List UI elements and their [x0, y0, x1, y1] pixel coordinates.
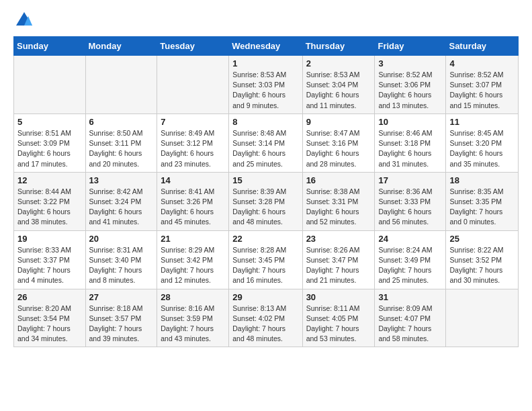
day-info: Sunrise: 8:31 AM Sunset: 3:40 PM Dayligh… — [89, 245, 154, 286]
day-number: 27 — [89, 292, 154, 302]
day-number: 14 — [161, 175, 225, 185]
day-info: Sunrise: 8:53 AM Sunset: 3:04 PM Dayligh… — [306, 70, 371, 111]
calendar-cell: 5Sunrise: 8:51 AM Sunset: 3:09 PM Daylig… — [14, 113, 86, 172]
calendar-cell: 11Sunrise: 8:45 AM Sunset: 3:20 PM Dayli… — [446, 113, 519, 172]
day-info: Sunrise: 8:45 AM Sunset: 3:20 PM Dayligh… — [449, 128, 515, 169]
day-number: 12 — [17, 175, 82, 185]
day-info: Sunrise: 8:13 AM Sunset: 4:02 PM Dayligh… — [232, 304, 298, 345]
calendar-cell: 18Sunrise: 8:35 AM Sunset: 3:35 PM Dayli… — [446, 172, 519, 230]
day-info: Sunrise: 8:39 AM Sunset: 3:28 PM Dayligh… — [232, 187, 298, 228]
calendar-cell: 1Sunrise: 8:53 AM Sunset: 3:03 PM Daylig… — [229, 56, 302, 114]
day-info: Sunrise: 8:36 AM Sunset: 3:33 PM Dayligh… — [378, 187, 442, 228]
day-info: Sunrise: 8:52 AM Sunset: 3:06 PM Dayligh… — [378, 70, 442, 111]
calendar-cell: 19Sunrise: 8:33 AM Sunset: 3:37 PM Dayli… — [14, 230, 86, 289]
day-number: 30 — [306, 292, 371, 302]
day-info: Sunrise: 8:44 AM Sunset: 3:22 PM Dayligh… — [17, 187, 82, 228]
week-row-5: 26Sunrise: 8:20 AM Sunset: 3:54 PM Dayli… — [14, 289, 519, 347]
calendar-cell: 24Sunrise: 8:24 AM Sunset: 3:49 PM Dayli… — [375, 230, 446, 289]
header-day-tuesday: Tuesday — [157, 37, 229, 56]
calendar-cell: 25Sunrise: 8:22 AM Sunset: 3:52 PM Dayli… — [446, 230, 519, 289]
calendar-cell: 30Sunrise: 8:11 AM Sunset: 4:05 PM Dayli… — [302, 289, 375, 347]
calendar-cell: 17Sunrise: 8:36 AM Sunset: 3:33 PM Dayli… — [375, 172, 446, 230]
day-number: 17 — [378, 175, 442, 185]
day-number: 22 — [232, 234, 298, 244]
day-number: 16 — [306, 175, 371, 185]
day-number: 21 — [161, 234, 225, 244]
header-day-thursday: Thursday — [302, 37, 375, 56]
day-number: 7 — [161, 117, 225, 127]
day-info: Sunrise: 8:46 AM Sunset: 3:18 PM Dayligh… — [378, 128, 442, 169]
day-number: 11 — [449, 117, 515, 127]
calendar-cell: 8Sunrise: 8:48 AM Sunset: 3:14 PM Daylig… — [229, 113, 302, 172]
calendar-cell: 20Sunrise: 8:31 AM Sunset: 3:40 PM Dayli… — [85, 230, 157, 289]
header-day-monday: Monday — [85, 37, 157, 56]
header-day-saturday: Saturday — [446, 37, 519, 56]
day-number: 3 — [378, 58, 442, 68]
day-number: 31 — [378, 292, 442, 302]
calendar-cell: 22Sunrise: 8:28 AM Sunset: 3:45 PM Dayli… — [229, 230, 302, 289]
calendar-cell: 29Sunrise: 8:13 AM Sunset: 4:02 PM Dayli… — [229, 289, 302, 347]
header-row: SundayMondayTuesdayWednesdayThursdayFrid… — [14, 37, 519, 56]
day-number: 4 — [449, 58, 515, 68]
calendar-cell: 14Sunrise: 8:41 AM Sunset: 3:26 PM Dayli… — [157, 172, 229, 230]
day-info: Sunrise: 8:20 AM Sunset: 3:54 PM Dayligh… — [17, 304, 82, 345]
day-number: 25 — [449, 234, 515, 244]
calendar-cell — [85, 56, 157, 114]
day-number: 1 — [232, 58, 298, 68]
day-info: Sunrise: 8:09 AM Sunset: 4:07 PM Dayligh… — [378, 304, 442, 345]
day-info: Sunrise: 8:29 AM Sunset: 3:42 PM Dayligh… — [161, 245, 225, 286]
calendar-cell: 3Sunrise: 8:52 AM Sunset: 3:06 PM Daylig… — [375, 56, 446, 114]
calendar-cell: 4Sunrise: 8:52 AM Sunset: 3:07 PM Daylig… — [446, 56, 519, 114]
day-info: Sunrise: 8:11 AM Sunset: 4:05 PM Dayligh… — [306, 304, 371, 345]
calendar-table: SundayMondayTuesdayWednesdayThursdayFrid… — [13, 36, 519, 347]
calendar-cell: 15Sunrise: 8:39 AM Sunset: 3:28 PM Dayli… — [229, 172, 302, 230]
day-info: Sunrise: 8:50 AM Sunset: 3:11 PM Dayligh… — [89, 128, 154, 169]
header-day-wednesday: Wednesday — [229, 37, 302, 56]
calendar-cell — [446, 289, 519, 347]
calendar-cell: 28Sunrise: 8:16 AM Sunset: 3:59 PM Dayli… — [157, 289, 229, 347]
page: SundayMondayTuesdayWednesdayThursdayFrid… — [0, 0, 532, 358]
day-number: 18 — [449, 175, 515, 185]
day-number: 5 — [17, 117, 82, 127]
day-info: Sunrise: 8:51 AM Sunset: 3:09 PM Dayligh… — [17, 128, 82, 169]
week-row-1: 1Sunrise: 8:53 AM Sunset: 3:03 PM Daylig… — [14, 56, 519, 114]
calendar-cell: 6Sunrise: 8:50 AM Sunset: 3:11 PM Daylig… — [85, 113, 157, 172]
day-number: 13 — [89, 175, 154, 185]
day-info: Sunrise: 8:16 AM Sunset: 3:59 PM Dayligh… — [161, 304, 225, 345]
day-info: Sunrise: 8:47 AM Sunset: 3:16 PM Dayligh… — [306, 128, 371, 169]
week-row-3: 12Sunrise: 8:44 AM Sunset: 3:22 PM Dayli… — [14, 172, 519, 230]
day-number: 15 — [232, 175, 298, 185]
calendar-cell: 27Sunrise: 8:18 AM Sunset: 3:57 PM Dayli… — [85, 289, 157, 347]
week-row-4: 19Sunrise: 8:33 AM Sunset: 3:37 PM Dayli… — [14, 230, 519, 289]
day-info: Sunrise: 8:38 AM Sunset: 3:31 PM Dayligh… — [306, 187, 371, 228]
day-number: 28 — [161, 292, 225, 302]
calendar-cell: 13Sunrise: 8:42 AM Sunset: 3:24 PM Dayli… — [85, 172, 157, 230]
day-info: Sunrise: 8:52 AM Sunset: 3:07 PM Dayligh… — [449, 70, 515, 111]
day-number: 24 — [378, 234, 442, 244]
day-info: Sunrise: 8:33 AM Sunset: 3:37 PM Dayligh… — [17, 245, 82, 286]
day-info: Sunrise: 8:18 AM Sunset: 3:57 PM Dayligh… — [89, 304, 154, 345]
header-day-friday: Friday — [375, 37, 446, 56]
day-info: Sunrise: 8:22 AM Sunset: 3:52 PM Dayligh… — [449, 245, 515, 286]
calendar-cell: 7Sunrise: 8:49 AM Sunset: 3:12 PM Daylig… — [157, 113, 229, 172]
calendar-cell: 31Sunrise: 8:09 AM Sunset: 4:07 PM Dayli… — [375, 289, 446, 347]
day-number: 29 — [232, 292, 298, 302]
day-info: Sunrise: 8:35 AM Sunset: 3:35 PM Dayligh… — [449, 187, 515, 228]
calendar-cell: 26Sunrise: 8:20 AM Sunset: 3:54 PM Dayli… — [14, 289, 86, 347]
day-info: Sunrise: 8:42 AM Sunset: 3:24 PM Dayligh… — [89, 187, 154, 228]
day-number: 8 — [232, 117, 298, 127]
calendar-cell: 9Sunrise: 8:47 AM Sunset: 3:16 PM Daylig… — [302, 113, 375, 172]
day-number: 6 — [89, 117, 154, 127]
day-info: Sunrise: 8:48 AM Sunset: 3:14 PM Dayligh… — [232, 128, 298, 169]
logo — [13, 11, 34, 30]
calendar-cell: 10Sunrise: 8:46 AM Sunset: 3:18 PM Dayli… — [375, 113, 446, 172]
calendar-cell: 23Sunrise: 8:26 AM Sunset: 3:47 PM Dayli… — [302, 230, 375, 289]
day-number: 26 — [17, 292, 82, 302]
calendar-cell — [157, 56, 229, 114]
header — [13, 11, 519, 30]
logo-icon — [15, 11, 34, 30]
day-info: Sunrise: 8:53 AM Sunset: 3:03 PM Dayligh… — [232, 70, 298, 111]
day-info: Sunrise: 8:26 AM Sunset: 3:47 PM Dayligh… — [306, 245, 371, 286]
calendar-cell — [14, 56, 86, 114]
calendar-cell: 2Sunrise: 8:53 AM Sunset: 3:04 PM Daylig… — [302, 56, 375, 114]
